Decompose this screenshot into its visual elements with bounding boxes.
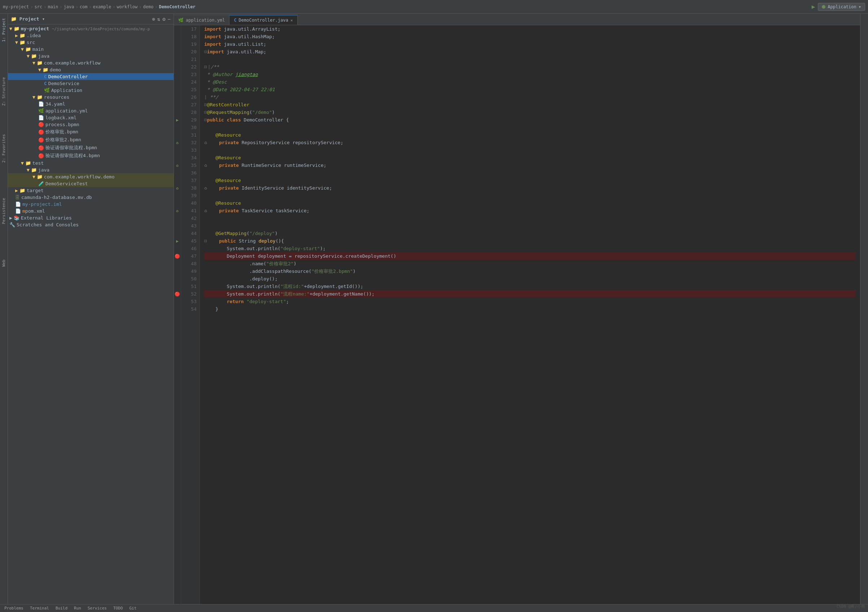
tree-item-application[interactable]: 🌿 Application	[8, 87, 174, 94]
bpmn-icon: 🔴	[38, 153, 44, 159]
code-line-18: import java.util.HashMap;	[204, 33, 856, 40]
bottom-tab-run[interactable]: Run	[71, 605, 84, 611]
tree-item-verify1[interactable]: 🔴 验证请假审批流程.bpmn	[8, 144, 174, 152]
tree-item-jiage1[interactable]: 🔴 价格审批.bpmn	[8, 128, 174, 136]
tree-item-appyml[interactable]: 🌿 application.yml	[8, 107, 174, 114]
bottom-tab-services[interactable]: Services	[85, 605, 110, 611]
gutter-25	[174, 86, 181, 93]
tree-label: main	[33, 46, 43, 52]
tree-item-java-test[interactable]: ▼ 📁 java	[8, 167, 174, 173]
tree-item-jiage2[interactable]: 🔴 价格审批2.bpmn	[8, 136, 174, 144]
tree-item-main[interactable]: ▼ 📁 main	[8, 46, 174, 53]
sidebar-tab-structure[interactable]: Z: Structure	[1, 74, 7, 108]
gutter-41-warn: ♻	[174, 207, 181, 215]
folder-icon: 📁	[20, 40, 25, 45]
code-editor[interactable]: ▶ ♻ ♻ ♻ ♻ ▶ 🔴	[174, 25, 860, 604]
tree-label: application.yml	[45, 108, 88, 114]
sidebar-tab-project[interactable]: 1: Project	[1, 15, 7, 45]
gutter-28	[174, 108, 181, 116]
project-tree: ▼ 📁 my-project ~/jiangtao/work/IdeaProje…	[8, 25, 174, 604]
breadcrumb: my-project › src › main › java › com › e…	[3, 4, 812, 9]
tab-democontroller[interactable]: C DemoController.java ✕	[229, 15, 297, 25]
tree-label: demo	[50, 67, 61, 73]
panel-icon-globe[interactable]: ⊕	[152, 16, 155, 22]
panel-icon-minimize[interactable]: −	[168, 16, 170, 22]
folder-arrow-icon: ▼	[33, 94, 36, 100]
panel-icon-settings[interactable]: ⚙	[162, 16, 165, 22]
tree-item-demoservice[interactable]: C DemoService	[8, 80, 174, 87]
sidebar-tab-favorites[interactable]: 2: Favorites	[1, 131, 7, 165]
tree-label: com.example.workflow.demo	[44, 174, 115, 179]
gutter-33	[174, 146, 181, 154]
panel-icon-arrows[interactable]: ⇅	[157, 16, 160, 22]
tree-item-demoservicetest[interactable]: 🧪 DemoServiceTest	[8, 180, 174, 187]
tree-item-pom[interactable]: 📄 m pom.xml	[8, 208, 174, 215]
tree-item-process-bpmn[interactable]: 🔴 process.bpmn	[8, 121, 174, 128]
tree-item-scratches[interactable]: 🔧 Scratches and Consoles	[8, 221, 174, 228]
bottom-tab-git[interactable]: Git	[126, 605, 139, 611]
tree-label: Application	[51, 88, 82, 93]
tree-item-package-test[interactable]: ▼ 📁 com.example.workflow.demo	[8, 173, 174, 180]
tree-item-src[interactable]: ▼ 📁 src	[8, 39, 174, 46]
folder-arrow-icon: ▼	[33, 60, 36, 66]
sidebar-tab-web[interactable]: Web	[1, 257, 7, 270]
gutter-46	[174, 245, 181, 252]
tree-label: DemoServiceTest	[45, 181, 88, 186]
tree-item-external-libs[interactable]: ▶ 📚 External Libraries	[8, 215, 174, 221]
tree-label: External Libraries	[21, 215, 72, 221]
tree-item-test[interactable]: ▼ 📁 test	[8, 160, 174, 167]
breadcrumb-part: java	[64, 4, 74, 9]
line-numbers: 17 18 19 20 21 22 23 24 25 26 27 28 29 3…	[181, 25, 200, 604]
code-line-31: @Resource	[204, 131, 856, 139]
tab-close-button[interactable]: ✕	[290, 18, 293, 23]
code-content[interactable]: import java.util.ArrayList; import java.…	[200, 25, 860, 604]
tree-item-democontroller[interactable]: C DemoController	[8, 73, 174, 80]
tree-item-demo[interactable]: ▼ 📁 demo	[8, 66, 174, 73]
bottom-tab-problems[interactable]: Problems	[2, 605, 26, 611]
bottom-tab-todo[interactable]: TODO	[110, 605, 126, 611]
tree-item-java[interactable]: ▼ 📁 java	[8, 53, 174, 59]
tree-item-logback[interactable]: 📄 logback.xml	[8, 114, 174, 121]
gutter-52-err: 🔴	[174, 290, 181, 298]
run-config-button[interactable]: Application ▾	[818, 3, 865, 11]
gutter-48	[174, 260, 181, 267]
tree-label: 验证请假审批流程.bpmn	[45, 145, 97, 151]
code-line-21	[204, 56, 856, 63]
code-line-44: @GetMapping("/deploy")	[204, 230, 856, 237]
tree-item-resources[interactable]: ▼ 📁 resources	[8, 94, 174, 100]
bpmn-icon: 🔴	[38, 122, 44, 127]
gutter-42	[174, 215, 181, 222]
gutter-29-run[interactable]: ▶	[174, 116, 181, 124]
tree-item-iml[interactable]: 📄 my-project.iml	[8, 201, 174, 208]
tree-label: 价格审批2.bpmn	[45, 137, 81, 143]
maven-icon: 📄	[15, 208, 21, 214]
bottom-tab-terminal[interactable]: Terminal	[27, 605, 52, 611]
code-line-39	[204, 192, 856, 199]
code-line-24: * @Desc	[204, 78, 856, 86]
tree-label: target	[27, 188, 43, 193]
tree-item-package[interactable]: ▼ 📁 com.example.workflow	[8, 59, 174, 66]
folder-arrow-icon: ▼	[38, 67, 41, 73]
tab-label: DemoController.java	[239, 18, 288, 23]
code-line-45: ⊟ public String deploy(){	[204, 237, 856, 245]
gutter-38-warn: ♻	[174, 184, 181, 192]
gutter-47-err: 🔴	[174, 252, 181, 260]
folder-arrow-icon: ▶	[15, 33, 18, 38]
tree-item-34yaml[interactable]: 📄 34.yaml	[8, 100, 174, 107]
bottom-tab-build[interactable]: Build	[53, 605, 70, 611]
tree-item-db[interactable]: 🗄 camunda-h2-database.mv.db	[8, 194, 174, 201]
gutter-24	[174, 78, 181, 86]
gutter-21	[174, 56, 181, 63]
tree-item-idea[interactable]: ▶ 📁 .idea	[8, 32, 174, 39]
tab-application-yml[interactable]: 🌿 application.yml	[174, 15, 229, 25]
code-line-43	[204, 222, 856, 230]
sidebar-tab-persistence[interactable]: Persistence	[1, 195, 7, 227]
code-line-27: ⊟@RestController	[204, 101, 856, 108]
folder-icon: 📁	[20, 188, 25, 193]
gutter-45-run[interactable]: ▶	[174, 237, 181, 245]
tree-label: java	[38, 53, 50, 59]
tree-item-myproject[interactable]: ▼ 📁 my-project ~/jiangtao/work/IdeaProje…	[8, 25, 174, 32]
tree-item-verify4[interactable]: 🔴 验证请假审批流程4.bpmn	[8, 152, 174, 160]
tree-item-target[interactable]: ▶ 📁 target	[8, 187, 174, 194]
run-arrow-icon[interactable]: ▶	[812, 3, 815, 10]
